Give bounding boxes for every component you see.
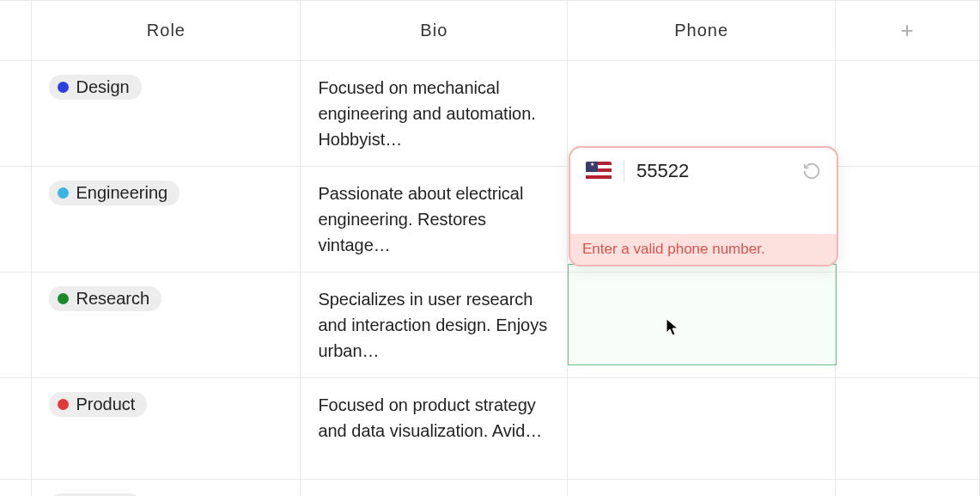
phone-input-row: ★ 55522 xyxy=(570,148,837,234)
row-spacer xyxy=(0,480,32,497)
header-spacer xyxy=(0,1,32,61)
table-header-row: Role Bio Phone + xyxy=(0,1,980,61)
table-row: Research Specializes in user research an… xyxy=(0,272,980,378)
cell-phone[interactable] xyxy=(568,378,836,480)
row-spacer xyxy=(0,378,32,480)
row-spacer xyxy=(0,61,32,167)
bio-text: Focused on mechanical engineering and au… xyxy=(318,75,550,152)
role-tag[interactable]: Research xyxy=(49,286,161,311)
row-spacer xyxy=(0,272,32,378)
role-dot-icon xyxy=(58,399,69,410)
cell-role[interactable]: Research xyxy=(32,272,301,378)
undo-icon[interactable] xyxy=(802,162,821,181)
role-dot-icon xyxy=(58,82,69,93)
cell-empty xyxy=(836,480,980,497)
bio-text: Passionate about electrical engineering.… xyxy=(318,181,550,258)
divider xyxy=(624,160,624,182)
cell-empty xyxy=(836,61,980,167)
cell-bio[interactable]: Focused on mechanical engineering and au… xyxy=(301,61,568,167)
table-row: Design Skilled in UX/UI design xyxy=(0,480,980,497)
cell-role[interactable]: Design xyxy=(32,480,301,497)
bio-text: Focused on product strategy and data vis… xyxy=(318,392,550,444)
cell-phone[interactable] xyxy=(568,480,836,497)
role-dot-icon xyxy=(58,293,69,304)
cell-role[interactable]: Design xyxy=(32,61,301,167)
role-dot-icon xyxy=(58,187,69,199)
column-header-bio[interactable]: Bio xyxy=(301,1,568,61)
add-column-button[interactable]: + xyxy=(836,1,980,61)
column-header-phone[interactable]: Phone xyxy=(568,1,836,61)
cell-bio[interactable]: Focused on product strategy and data vis… xyxy=(301,378,568,480)
cell-empty xyxy=(836,378,980,480)
cell-bio[interactable]: Passionate about electrical engineering.… xyxy=(301,167,568,272)
cell-role[interactable]: Product xyxy=(32,378,301,480)
role-tag[interactable]: Engineering xyxy=(49,181,180,205)
role-label: Engineering xyxy=(76,183,167,203)
cell-bio[interactable]: Skilled in UX/UI design xyxy=(301,480,568,497)
row-spacer xyxy=(0,167,32,272)
validation-error-message: Enter a valid phone number. xyxy=(570,234,837,265)
column-header-role[interactable]: Role xyxy=(32,1,301,61)
bio-text: Specializes in user research and interac… xyxy=(318,286,550,364)
cell-bio[interactable]: Specializes in user research and interac… xyxy=(301,272,568,378)
cell-phone[interactable] xyxy=(568,272,836,378)
table-row: Product Focused on product strategy and … xyxy=(0,378,980,480)
cell-empty xyxy=(836,167,980,272)
role-tag[interactable]: Design xyxy=(49,75,141,100)
role-label: Product xyxy=(76,395,135,414)
phone-input[interactable]: 55522 xyxy=(636,160,790,182)
cell-empty xyxy=(836,272,980,378)
flag-us-icon[interactable]: ★ xyxy=(586,162,612,181)
role-tag[interactable]: Product xyxy=(49,392,147,417)
role-label: Research xyxy=(76,289,149,309)
role-label: Design xyxy=(76,77,129,97)
cell-role[interactable]: Engineering xyxy=(32,167,301,272)
phone-editor-popover: ★ 55522 Enter a valid phone number. xyxy=(569,146,838,266)
